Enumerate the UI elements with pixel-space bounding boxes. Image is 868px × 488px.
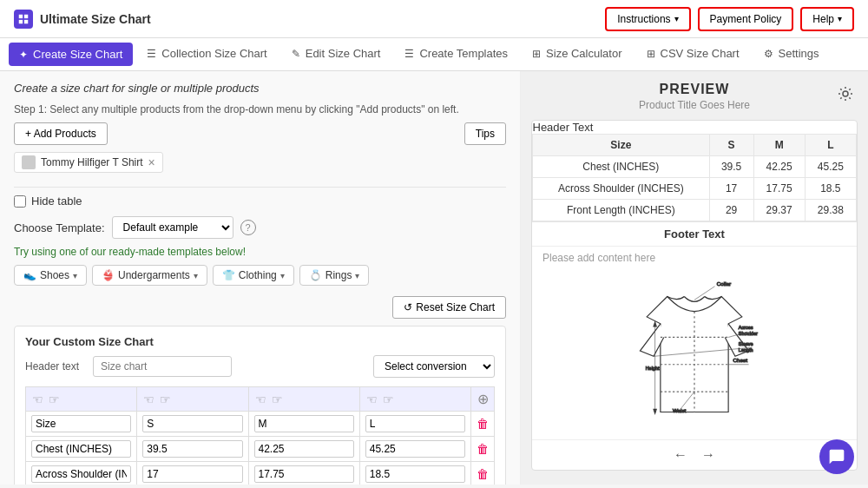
svg-text:Shoulder: Shoulder: [739, 331, 758, 336]
cell-input-r0-c1[interactable]: [142, 415, 242, 432]
custom-chart-section: Your Custom Size Chart Header text Selec…: [14, 326, 506, 485]
try-templates-text: Try using one of our ready-made template…: [14, 246, 506, 258]
template-help-icon[interactable]: ?: [240, 220, 256, 235]
tab-create-templates[interactable]: ☰ Create Templates: [392, 38, 520, 70]
cell-input-r2-c2[interactable]: [254, 465, 354, 483]
chevron-down-icon: ▾: [674, 14, 679, 23]
conversion-select[interactable]: Select conversion: [373, 355, 495, 378]
preview-card: Header Text Size S M L Chest (INCHES) 39…: [531, 120, 858, 471]
delete-row-2-button[interactable]: 🗑: [477, 467, 489, 481]
col-move-left-3[interactable]: ☜: [365, 392, 378, 406]
shoes-pill[interactable]: 👟 Shoes ▾: [14, 265, 87, 286]
col-move-left-2[interactable]: ☜: [254, 392, 267, 406]
col-move-right-3[interactable]: ☞: [382, 392, 395, 406]
cell-input-r1-c3[interactable]: [365, 440, 465, 458]
svg-rect-0: [19, 14, 23, 17]
clothing-pill[interactable]: 👕 Clothing ▾: [213, 265, 294, 286]
cell-input-r1-c0[interactable]: [31, 440, 131, 458]
cell-input-r2-c0[interactable]: [31, 465, 131, 483]
app-header: Ultimate Size Chart Instructions ▾ Payme…: [0, 0, 868, 38]
table-row: 🗑: [26, 462, 495, 485]
col-move-left-1[interactable]: ☜: [142, 392, 155, 406]
col-move-right-1[interactable]: ☞: [159, 392, 172, 406]
preview-product-title: Product Title Goes Here: [531, 99, 858, 111]
rings-pill[interactable]: 💍 Rings ▾: [299, 265, 370, 286]
preview-header-text: Header Text: [533, 121, 857, 135]
preview-cell-chest-m: 42.25: [753, 156, 805, 178]
svg-text:Length: Length: [739, 347, 753, 353]
col-move-left-0[interactable]: ☜: [31, 392, 44, 406]
chevron-down-icon: ▾: [280, 271, 285, 280]
delete-row-1-button[interactable]: 🗑: [477, 442, 489, 456]
add-column-button[interactable]: ⊕: [477, 391, 489, 407]
preview-footer-text: Footer Text: [532, 221, 857, 246]
cell-input-r0-c2[interactable]: [254, 415, 354, 432]
preview-cell-shoulder-s: 17: [709, 178, 753, 200]
preview-diagram: Collar Across Shoulder Chest Sleeve Leng…: [532, 269, 857, 439]
add-products-button[interactable]: + Add Products: [14, 122, 108, 145]
col-header-0: ☜ ☞: [26, 387, 137, 412]
svg-text:Chest: Chest: [733, 357, 748, 363]
col-move-right-0[interactable]: ☞: [48, 392, 61, 406]
cell-input-r1-c1[interactable]: [142, 440, 242, 458]
hide-table-checkbox[interactable]: [14, 195, 26, 208]
preview-col-s: S: [709, 135, 753, 156]
cell-input-r0-c0[interactable]: [31, 415, 131, 432]
app-logo-icon: [14, 10, 33, 29]
preview-row-front-label: Front Length (INCHES): [533, 200, 710, 221]
custom-chart-title: Your Custom Size Chart: [25, 335, 495, 348]
remove-product-button[interactable]: ×: [148, 155, 155, 169]
prev-page-button[interactable]: ←: [674, 447, 687, 463]
tab-edit-size-chart[interactable]: ✎ Edit Size Chart: [279, 38, 393, 70]
svg-marker-20: [654, 322, 656, 326]
page-subtitle: Create a size chart for single or multip…: [14, 82, 506, 95]
chart-table: ☜ ☞ ☜ ☞ ☜: [25, 386, 495, 485]
chevron-down-icon: ▾: [73, 271, 77, 280]
delete-row-0-button[interactable]: 🗑: [477, 417, 489, 431]
settings-icon-btn[interactable]: [833, 82, 858, 106]
cell-input-r1-c2[interactable]: [254, 440, 354, 458]
hide-table-row: Hide table: [14, 195, 506, 208]
undergarments-pill[interactable]: 👙 Undergarments ▾: [92, 265, 207, 286]
cell-input-r0-c3[interactable]: [365, 415, 465, 432]
payment-policy-button[interactable]: Payment Policy: [698, 7, 794, 31]
instructions-button[interactable]: Instructions ▾: [605, 7, 690, 31]
preview-cell-shoulder-m: 17.75: [753, 178, 805, 200]
nav-tabs: ✦ Create Size Chart ☰ Collection Size Ch…: [0, 38, 868, 71]
app-logo: Ultimate Size Chart: [14, 10, 151, 29]
svg-text:Across: Across: [739, 325, 753, 330]
edit-icon: ✎: [292, 48, 300, 60]
tab-csv-size-chart[interactable]: ⊞ CSV Size Chart: [635, 38, 752, 70]
next-page-button[interactable]: →: [701, 447, 715, 463]
preview-footer-content: Please add content here: [532, 246, 857, 269]
svg-text:Sleeve: Sleeve: [739, 341, 753, 346]
csv-icon: ⊞: [647, 48, 655, 60]
col-move-right-2[interactable]: ☞: [271, 392, 284, 406]
preview-row-chest-label: Chest (INCHES): [533, 156, 710, 178]
rings-icon: 💍: [309, 269, 322, 281]
tab-size-calculator[interactable]: ⊞ Size Calculator: [520, 38, 634, 70]
left-panel: Create a size chart for single or multip…: [0, 71, 521, 485]
template-select[interactable]: Default example: [112, 216, 233, 239]
reset-icon: ↺: [404, 301, 412, 313]
svg-point-4: [843, 91, 848, 96]
col-header-2: ☜ ☞: [248, 387, 359, 412]
cell-input-r2-c3[interactable]: [365, 465, 465, 483]
toolbar-row: + Add Products Tips: [14, 122, 506, 145]
reset-size-chart-button[interactable]: ↺ Reset Size Chart: [392, 296, 506, 319]
chat-bubble-button[interactable]: [819, 439, 854, 474]
help-button[interactable]: Help ▾: [800, 7, 854, 31]
tips-button[interactable]: Tips: [464, 122, 506, 145]
tab-collection-size-chart[interactable]: ☰ Collection Size Chart: [135, 38, 279, 70]
tab-settings[interactable]: ⚙ Settings: [752, 38, 832, 70]
preview-cell-shoulder-l: 18.5: [805, 178, 856, 200]
svg-rect-3: [24, 19, 28, 23]
svg-line-9: [694, 287, 714, 300]
templates-icon: ☰: [404, 48, 414, 60]
preview-col-m: M: [753, 135, 805, 156]
header-actions: Instructions ▾ Payment Policy Help ▾: [605, 7, 854, 31]
chevron-down-icon: ▾: [355, 271, 359, 280]
header-text-input[interactable]: [93, 356, 232, 377]
tab-create-size-chart[interactable]: ✦ Create Size Chart: [9, 43, 133, 66]
cell-input-r2-c1[interactable]: [142, 465, 242, 483]
